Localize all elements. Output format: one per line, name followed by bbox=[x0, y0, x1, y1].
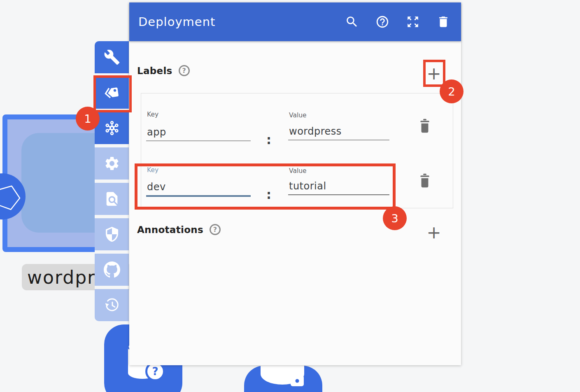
annotations-help-icon[interactable]: ? bbox=[210, 224, 221, 235]
callout-badge-3: 3 bbox=[383, 206, 407, 230]
labels-heading: Labels bbox=[137, 65, 172, 76]
key-field-label: Key bbox=[147, 111, 158, 118]
pod-pentagon-icon bbox=[0, 173, 26, 219]
header-icons bbox=[345, 2, 450, 41]
sidebar-item-security[interactable] bbox=[95, 218, 129, 250]
annotations-section-head: Annotations ? bbox=[137, 224, 221, 235]
label-key-input[interactable] bbox=[146, 126, 251, 141]
file-search-icon bbox=[104, 191, 120, 207]
callout-box-add-label bbox=[423, 60, 445, 87]
lock-icon bbox=[289, 366, 306, 387]
gear-icon bbox=[104, 155, 120, 172]
help-icon[interactable] bbox=[375, 15, 389, 29]
github-icon bbox=[104, 261, 120, 278]
sidebar-item-github[interactable] bbox=[95, 254, 129, 286]
database-locked-node[interactable] bbox=[244, 366, 322, 392]
sidebar-item-network[interactable] bbox=[95, 112, 129, 144]
delete-label-row-button[interactable] bbox=[418, 118, 432, 134]
labels-help-icon[interactable]: ? bbox=[179, 65, 190, 76]
shield-icon bbox=[104, 226, 120, 243]
add-annotation-button[interactable]: + bbox=[425, 223, 443, 241]
value-field-label: Value bbox=[289, 112, 307, 119]
sidebar-item-inspect[interactable] bbox=[95, 183, 129, 215]
sidebar-item-settings[interactable] bbox=[95, 147, 129, 180]
network-hub-icon bbox=[104, 120, 120, 136]
sidebar-item-history[interactable] bbox=[95, 289, 129, 321]
annotations-heading: Annotations bbox=[137, 224, 203, 235]
kv-separator: : bbox=[266, 133, 271, 147]
panel-title: Deployment bbox=[129, 15, 215, 29]
delete-icon[interactable] bbox=[436, 15, 450, 29]
callout-badge-2: 2 bbox=[440, 79, 464, 103]
search-icon[interactable] bbox=[345, 15, 359, 29]
label-value-input[interactable] bbox=[288, 126, 389, 140]
fullscreen-icon[interactable] bbox=[406, 15, 420, 29]
sidebar-item-tools[interactable] bbox=[95, 41, 129, 73]
delete-label-row-button[interactable] bbox=[418, 173, 432, 189]
callout-box-labels-tab bbox=[93, 75, 132, 112]
app-stage: wordpress ? bbox=[0, 0, 580, 392]
history-icon bbox=[104, 297, 120, 313]
labels-section-head: Labels ? bbox=[137, 65, 190, 76]
callout-box-new-row bbox=[135, 163, 396, 210]
wrench-icon bbox=[104, 49, 120, 65]
panel-header: Deployment bbox=[129, 2, 461, 41]
callout-badge-1: 1 bbox=[76, 107, 100, 131]
